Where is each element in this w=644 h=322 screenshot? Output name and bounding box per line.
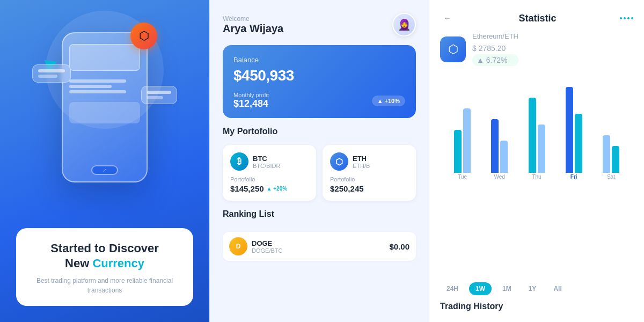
doge-info: DOGE DOGE/BTC xyxy=(252,239,282,254)
bar-group-fri: Fri xyxy=(557,76,591,180)
bar-teal-fri xyxy=(575,114,582,173)
dot2 xyxy=(624,17,626,19)
bar-group-wed: Wed xyxy=(482,76,516,180)
floating-card-right xyxy=(141,86,177,104)
price-change-text: ▲ 6.72% xyxy=(472,54,518,66)
filter-1m[interactable]: 1M xyxy=(496,282,518,295)
bar-group-thu: Thu xyxy=(519,76,553,180)
btc-coin-row: ₿ BTC BTC/BIDR xyxy=(230,152,309,171)
profit-info: Monthly profit $12,484 xyxy=(233,92,269,109)
eth-large-icon: ⬡ xyxy=(440,36,466,62)
user-name: Arya Wijaya xyxy=(223,23,283,35)
bar-light-tue xyxy=(463,108,471,173)
ranking-row-doge[interactable]: D DOGE DOGE/BTC $0.00 xyxy=(223,232,416,261)
avatar[interactable]: 🧕 xyxy=(392,13,416,36)
btc-info: BTC BTC/BIDR xyxy=(253,155,280,169)
doge-coin-row: D DOGE DOGE/BTC xyxy=(229,237,282,255)
time-filters: 24H 1W 1M 1Y All xyxy=(440,282,633,295)
title-highlight: Currency xyxy=(92,257,144,270)
bar-label-fri: Fri xyxy=(570,174,577,180)
onboarding-subtitle: Best trading platform and more reliable … xyxy=(29,276,180,295)
bar-pair-thu xyxy=(529,76,545,173)
phone-card-2 xyxy=(69,102,140,123)
dot3 xyxy=(627,17,630,19)
filter-24h[interactable]: 24H xyxy=(440,282,465,295)
eth-coin-row: ⬡ ETH ETH/B xyxy=(330,152,408,171)
profit-amount: $12,484 xyxy=(233,98,269,109)
portfolio-card-btc[interactable]: ₿ BTC BTC/BIDR Portofolio $145,250 ▲ +20… xyxy=(223,145,316,201)
eth-icon: ⬡ xyxy=(330,152,348,171)
phone-bottom-btn: ✓ xyxy=(91,165,118,175)
filter-1w[interactable]: 1W xyxy=(469,282,492,295)
panel-onboarding: ⬡ ✓ ▶ Started to Discover New Currency xyxy=(0,0,209,322)
chart-area: Tue Wed Thu xyxy=(440,72,633,276)
balance-amount: $450,933 xyxy=(233,67,405,84)
bar-teal-thu xyxy=(529,98,536,173)
bar-dark-fri xyxy=(566,87,573,173)
portfolio-row: ₿ BTC BTC/BIDR Portofolio $145,250 ▲ +20… xyxy=(223,145,416,201)
phone-card-lines xyxy=(69,79,140,93)
bar-label-thu: Thu xyxy=(532,174,541,180)
bar-light-thu xyxy=(538,125,545,173)
bar-teal-tue xyxy=(454,130,462,173)
price-change-badge: ▲ 6.72% xyxy=(472,54,518,66)
doge-icon: D xyxy=(229,237,247,255)
bar-label-sat: Sat xyxy=(607,174,615,180)
balance-label: Balance xyxy=(233,56,405,64)
portfolio-title: My Portofolio xyxy=(223,127,416,136)
bar-light-sat xyxy=(603,135,610,173)
eth-badge: ⬡ xyxy=(130,23,157,49)
eth-coin-name: Ethereum/ETH xyxy=(472,32,518,40)
user-info: Welcome Arya Wijaya xyxy=(223,15,283,35)
page-title: Statistic xyxy=(518,13,556,24)
bar-label-wed: Wed xyxy=(494,174,505,180)
bar-label-tue: Tue xyxy=(458,174,467,180)
welcome-text: Welcome xyxy=(223,15,283,23)
chart-bars: Tue Wed Thu xyxy=(440,72,633,180)
bar-group-tue: Tue xyxy=(445,76,479,180)
illustration: ⬡ ✓ ▶ xyxy=(0,0,209,215)
eth-price: $ 2785.20 ▲ 6.72% xyxy=(472,40,518,66)
phone-line xyxy=(69,79,126,83)
doge-amount: $0.00 xyxy=(389,242,409,251)
title-text-1: Started to Discover xyxy=(50,241,159,255)
phone-line xyxy=(69,85,112,88)
bar-pair-tue xyxy=(454,76,471,173)
bar-pair-sat xyxy=(603,76,619,173)
dollar-sign: $ xyxy=(472,44,479,53)
dot4 xyxy=(631,17,633,19)
phone-card-1 xyxy=(69,44,140,71)
bar-group-sat: Sat xyxy=(594,76,628,180)
eth-price-value: 2785.20 xyxy=(479,44,506,53)
filter-all[interactable]: All xyxy=(547,282,568,295)
eth-amount: $250,245 xyxy=(330,184,408,193)
filter-1y[interactable]: 1Y xyxy=(522,282,543,295)
phone-line xyxy=(69,90,126,93)
onboarding-title: Started to Discover New Currency xyxy=(29,241,180,272)
dot1 xyxy=(620,17,622,19)
ranking-title: Ranking List xyxy=(223,209,416,219)
eth-info-row: ⬡ Ethereum/ETH $ 2785.20 ▲ 6.72% xyxy=(440,32,633,66)
up-arrow-icon: ▲ xyxy=(377,98,383,104)
back-button[interactable]: ← xyxy=(440,11,455,26)
balance-card: Balance $450,933 Monthly profit $12,484 … xyxy=(223,45,416,118)
portfolio-card-eth[interactable]: ⬡ ETH ETH/B Portofolio $250,245 xyxy=(323,145,416,201)
bar-light-wed xyxy=(500,141,508,173)
btc-amount: $145,250 ▲ +20% xyxy=(230,184,309,193)
dashboard-header: Welcome Arya Wijaya 🧕 xyxy=(223,13,416,36)
profit-badge-text: +10% xyxy=(385,98,400,104)
floating-card-left xyxy=(32,64,71,83)
btc-icon: ₿ xyxy=(230,152,248,171)
phone-mockup: ⬡ ✓ xyxy=(62,32,148,182)
profit-label: Monthly profit xyxy=(233,92,269,98)
profit-badge: ▲ +10% xyxy=(372,96,405,106)
profit-row: Monthly profit $12,484 ▲ +10% xyxy=(233,92,405,109)
onboarding-text-card: Started to Discover New Currency Best tr… xyxy=(16,228,193,306)
dots-menu[interactable] xyxy=(620,17,633,19)
eth-details: Ethereum/ETH $ 2785.20 ▲ 6.72% xyxy=(472,32,518,66)
bar-pair-wed xyxy=(491,76,508,173)
panel-dashboard: Welcome Arya Wijaya 🧕 Balance $450,933 M… xyxy=(209,0,429,322)
bar-pair-fri xyxy=(566,76,582,173)
eth-info: ETH ETH/B xyxy=(353,155,370,169)
statistic-header: ← Statistic xyxy=(440,11,633,26)
